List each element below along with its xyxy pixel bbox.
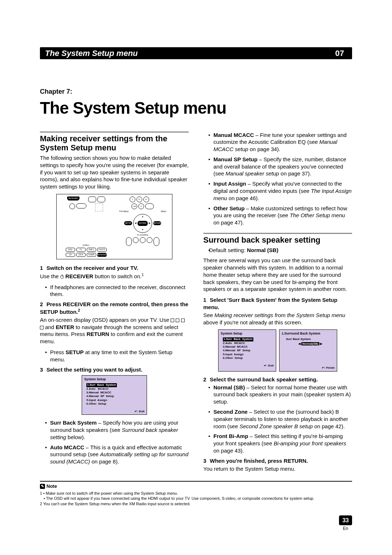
- bullet-auto-mcacc: Auto MCACC – This is a quick and effecti…: [40, 444, 189, 465]
- num-8: 8: [136, 197, 142, 202]
- section-heading-surround-back: Surround back speaker setting: [203, 235, 352, 244]
- cdr-button: CD-R: [76, 253, 86, 257]
- receiver-button: RECEIVER: [67, 197, 79, 200]
- tvctl-btn: [147, 237, 152, 243]
- sb-step-1-heading: 1Select 'Surr Back System' from the Syst…: [203, 296, 352, 311]
- arrow-icon: [181, 319, 185, 322]
- remote-grid-icon: [95, 203, 103, 211]
- sb-step-3-body: You return to the System Setup menu.: [203, 465, 352, 473]
- intro-paragraph: The following section shows you how to m…: [40, 154, 189, 190]
- bullet-input-assign: Input Assign – Specify what you've conne…: [203, 180, 352, 202]
- footnotes: 1 • Make sure not to switch off the powe…: [40, 491, 352, 507]
- remote-pill-btn: [76, 203, 86, 208]
- remote-left-panel: RECEIVER ZONE 2 DVD TV DVR 1 T: [59, 197, 113, 257]
- menu-label: MENU: [161, 210, 166, 213]
- note-rule: [40, 481, 352, 482]
- left-column: Making receiver settings from the System…: [40, 131, 189, 476]
- topmenu-label: TOP MENU: [119, 210, 128, 213]
- page-lang: En: [339, 526, 352, 532]
- step-1-heading: 1Switch on the receiver and your TV.: [40, 264, 189, 272]
- num-7: 7: [130, 197, 135, 202]
- step-2-heading: 2Press RECEIVER on the remote control, t…: [40, 301, 189, 316]
- tvctl-btn: [140, 237, 146, 243]
- setup-button: SETUP: [124, 221, 132, 225]
- sb-step-2-heading: 2Select the surround back speaker settin…: [203, 376, 352, 383]
- power-icon: [69, 203, 75, 209]
- header-title: The System Setup menu: [45, 48, 138, 58]
- page-number: 33: [339, 515, 352, 525]
- return-button: RETURN: [153, 221, 161, 225]
- chapter-label: Chapter 7:: [40, 88, 352, 96]
- sb-intro: There are several ways you can use the s…: [203, 257, 352, 293]
- arrow-icon: [171, 319, 174, 322]
- footnote-1b: • The OSD will not appear if you have co…: [40, 496, 352, 501]
- tvctl-btn: [133, 237, 139, 243]
- remote-small-btn: [88, 197, 96, 202]
- dvr1-button: DVR 1: [87, 248, 96, 252]
- osd-system-setup-2: System Setup 1.Surr Back System 2.Auto M…: [218, 329, 276, 372]
- header-bar: The System Setup menu 07: [40, 47, 352, 59]
- remote-small-btn: [97, 197, 105, 202]
- osd-system-setup: System Setup 1.Surr Back System 2.Auto M…: [82, 375, 147, 415]
- chapter-title: The System Setup menu: [40, 97, 352, 119]
- vol-rocker: [126, 237, 132, 246]
- enter-small: [145, 203, 154, 209]
- bullet-manual-mcacc: Manual MCACC – Fine tune your speaker se…: [203, 131, 352, 153]
- power-icon: [60, 275, 64, 279]
- bullet-surr-back: Surr Back System – Specify how you are u…: [40, 419, 189, 441]
- bullet-second-zone: Second Zone – Select to use the (surroun…: [203, 408, 352, 430]
- num-0: 0: [138, 203, 144, 209]
- zone2-label: ZONE 2: [59, 244, 113, 247]
- osd-pair: System Setup 1.Surr Back System 2.Auto M…: [203, 329, 352, 372]
- note-icon: ✎: [40, 484, 45, 489]
- step-3-heading: 3Select the setting you want to adjust.: [40, 366, 189, 373]
- bullet-front-biamp: Front Bi-Amp – Select this setting if yo…: [203, 433, 352, 454]
- step-1-body: Use the RECEIVER button to switch on.1: [40, 272, 189, 280]
- osd-surr-back-system: 1.Surround Back System Surr Back System …: [279, 329, 337, 372]
- receiver-pill-button: RECEIVER: [97, 253, 107, 257]
- step-2-body: An on-screen display (OSD) appears on yo…: [40, 316, 189, 345]
- arrow-icon: [40, 326, 44, 329]
- content-columns: Making receiver settings from the System…: [40, 131, 352, 476]
- cd-button: CD: [66, 253, 75, 257]
- bullet-other-setup: Other Setup – Make customized settings t…: [203, 205, 352, 226]
- dvd-button: DVD: [66, 248, 75, 252]
- tvsys-button: TV/SYS: [97, 248, 107, 252]
- num-9: 9: [143, 197, 149, 202]
- bullet-normal-sb: Normal (SB) – Select for normal home the…: [203, 384, 352, 405]
- section-rule: [40, 131, 189, 133]
- remote-illustration: RECEIVER ZONE 2 DVD TV DVR 1 T: [56, 194, 172, 259]
- bullet-manual-sp: Manual SP Setup – Specify the size, numb…: [203, 156, 352, 177]
- step-1-bullet: If headphones are connected to the recei…: [40, 284, 189, 298]
- tvcontrol-label: TV CONTROL: [115, 234, 170, 236]
- right-column: Manual MCACC – Fine tune your speaker se…: [203, 131, 352, 476]
- sb-step-1-body: See Making receiver settings from the Sy…: [203, 312, 352, 326]
- footnote-2: 2 You can't use the System Setup menu wh…: [40, 501, 352, 507]
- footnote-1a: 1 • Make sure not to switch off the powe…: [40, 491, 352, 496]
- tuner-button: TUNER: [87, 253, 96, 257]
- note-heading: ✎ Note: [40, 483, 352, 489]
- remote-right-panel: 7 8 9 >10 0 TOP MENU MENU SETUP: [115, 197, 170, 257]
- default-setting: Default setting: Normal (SB): [203, 247, 352, 254]
- vol-rocker: [154, 237, 159, 246]
- step-2-bullet: Press SETUP at any time to exit the Syst…: [40, 349, 189, 363]
- dpad-ring: ▲ ▼ ◀ ▶ ENTER: [133, 214, 152, 233]
- sb-step-3-heading: 3When you're finished, press RETURN.: [203, 457, 352, 465]
- arrow-icon: [176, 319, 179, 322]
- section-heading-making-settings: Making receiver settings from the System…: [40, 134, 189, 153]
- section-rule: [203, 233, 352, 234]
- num-10: >10: [131, 203, 137, 209]
- tv-button: TV: [76, 248, 86, 252]
- header-badge: 07: [332, 48, 347, 58]
- enter-button: ENTER: [138, 221, 148, 226]
- page-number-badge: 33 En: [339, 515, 352, 532]
